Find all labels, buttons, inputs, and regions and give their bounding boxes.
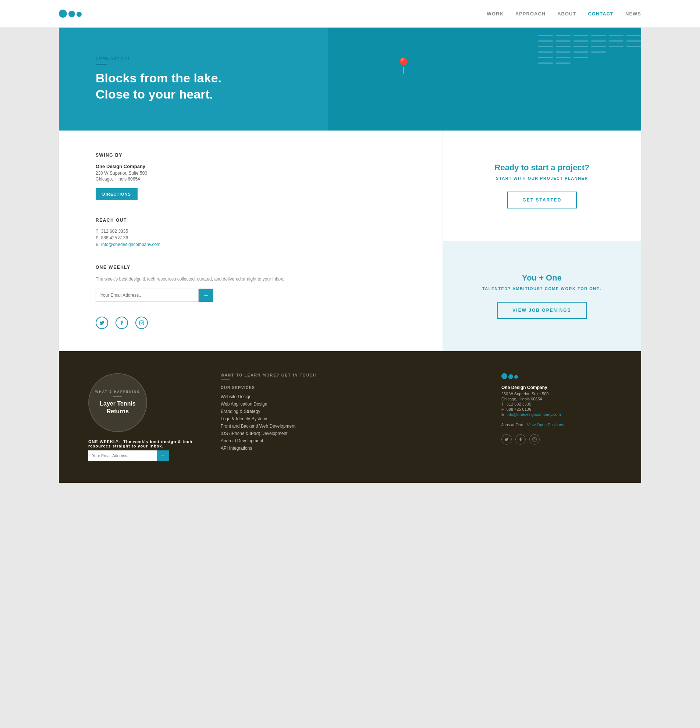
phone-label: T (95, 229, 98, 234)
footer-email-row: E info@onedesigncompany.com (501, 412, 612, 417)
footer-fax-label: F (501, 407, 504, 412)
footer-event-circle: WHAT'S HAPPENING Layer Tennis Returns (88, 373, 147, 432)
footer-company-name: One Design Company (501, 385, 612, 390)
address-line-1: 230 W Superior, Suite 500 (95, 170, 413, 176)
footer: WHAT'S HAPPENING Layer Tennis Returns ON… (59, 351, 641, 483)
wave-line-6 (538, 62, 641, 64)
facebook-icon[interactable] (116, 316, 128, 329)
footer-facebook-icon[interactable] (515, 434, 526, 445)
footer-newsletter-bold: ONE WEEKLY: (88, 439, 120, 444)
newsletter-email-input[interactable] (95, 289, 199, 302)
service-logo-identity[interactable]: Logo & Identity Systems (221, 416, 479, 421)
footer-newsletter-form: → (88, 451, 169, 461)
footer-left: WHAT'S HAPPENING Layer Tennis Returns ON… (88, 373, 199, 461)
circle-divider (113, 396, 122, 397)
nav-news[interactable]: NEWS (625, 11, 641, 17)
view-open-positions-link[interactable]: View Open Positions (527, 422, 564, 427)
cta-jobs-title: You + One (522, 273, 562, 283)
svg-rect-0 (139, 321, 144, 325)
service-branding[interactable]: Branding & Strategy (221, 409, 479, 414)
footer-newsletter-label: ONE WEEKLY: The week's best design & tec… (88, 439, 199, 448)
left-panel: SWING BY One Design Company 230 W Superi… (59, 130, 443, 351)
logo-dot-1 (59, 10, 67, 18)
fax-row: F 888 425 8136 (95, 235, 413, 240)
logo-dot-2 (68, 11, 75, 17)
instagram-icon[interactable] (135, 316, 148, 329)
service-ios[interactable]: iOS (iPhone & iPad) Development (221, 431, 479, 436)
footer-divider (221, 380, 230, 380)
map-pin-icon: 📍 (394, 57, 413, 74)
logo (59, 10, 82, 18)
footer-phone-row: T 312 602 3335 (501, 402, 612, 406)
phone-row: T 312 602 3335 (95, 229, 413, 234)
reach-out-title: REACH OUT (95, 218, 413, 223)
footer-logo-dot-1 (501, 373, 507, 379)
service-web-dev[interactable]: Front and Backend Web Development (221, 423, 479, 429)
footer-services-list: Website Design Web Application Design Br… (221, 394, 479, 453)
service-android[interactable]: Android Development (221, 438, 479, 443)
service-api[interactable]: API Integrations (221, 446, 479, 451)
footer-email-submit-button[interactable]: → (157, 451, 169, 461)
main-content: SWING BY One Design Company 230 W Superi… (59, 130, 641, 351)
footer-services-title: OUR SERVICES (221, 386, 479, 390)
footer-right: One Design Company 230 W Superior, Suite… (501, 373, 612, 461)
hero-title: Blocks from the lake. Close to your hear… (95, 70, 221, 102)
newsletter-section: ONE WEEKLY The week's best design & tech… (95, 265, 413, 302)
nav-work[interactable]: WORK (487, 11, 503, 17)
directions-button[interactable]: DIRECTIONS (95, 188, 137, 200)
phone-number: 312 602 3335 (101, 229, 128, 234)
wave-line-2 (538, 40, 641, 42)
cta-project-section: Ready to start a project? START WITH OUR… (443, 130, 641, 241)
get-started-button[interactable]: GET STARTED (507, 192, 577, 208)
footer-logo-dot-3 (514, 375, 518, 379)
header: WORK APPROACH ABOUT CONTACT NEWS (0, 0, 700, 27)
fax-label: F (95, 235, 98, 240)
footer-instagram-icon[interactable] (529, 434, 539, 445)
event-title: Layer Tennis Returns (89, 400, 146, 416)
hero-label: COME SAY CHI (95, 56, 221, 60)
wave-line-3 (538, 46, 641, 47)
fax-number: 888 425 8136 (101, 235, 128, 240)
service-web-app-design[interactable]: Web Application Design (221, 402, 479, 407)
footer-phone: 312 602 3335 (506, 402, 531, 406)
footer-fax: 888 425 8136 (506, 407, 531, 412)
wave-line-5 (538, 57, 641, 58)
newsletter-submit-button[interactable]: → (199, 289, 213, 302)
swing-by-section: SWING BY One Design Company 230 W Superi… (95, 153, 413, 200)
cta-jobs-section: You + One TALENTED? AMBITIOUS? COME WORK… (443, 241, 641, 351)
company-name: One Design Company (95, 164, 413, 169)
footer-social-icons (501, 434, 612, 445)
hero-title-line2: Close to your heart. (95, 87, 213, 101)
hero-content: COME SAY CHI Blocks from the lake. Close… (95, 56, 221, 102)
email-label: E (95, 242, 98, 247)
map-water (328, 27, 641, 130)
nav-contact[interactable]: CONTACT (588, 11, 613, 17)
footer-phone-label: T (501, 402, 504, 406)
address-line-2: Chicago, Illinois 60654 (95, 176, 413, 182)
main-nav: WORK APPROACH ABOUT CONTACT NEWS (487, 11, 641, 17)
cta-jobs-subtitle: TALENTED? AMBITIOUS? COME WORK FOR ONE. (482, 286, 602, 291)
footer-jobs-label: Jobs at One: (501, 422, 524, 427)
footer-arrow-icon: → (161, 453, 166, 458)
wave-line-1 (538, 35, 641, 36)
nav-about[interactable]: ABOUT (557, 11, 576, 17)
wave-line-4 (538, 52, 641, 53)
hero-map: 📍 (321, 27, 641, 130)
footer-email-link[interactable]: info@onedesigncompany.com (506, 412, 561, 417)
logo-dot-3 (77, 12, 82, 17)
swing-by-title: SWING BY (95, 153, 413, 158)
twitter-icon[interactable] (95, 316, 108, 329)
hero-title-line1: Blocks from the lake. (95, 71, 221, 85)
footer-email-input[interactable] (88, 451, 157, 461)
view-job-openings-button[interactable]: VIEW JOB OPENINGS (497, 302, 586, 319)
footer-middle: WANT TO LEARN MORE? GET IN TOUCH OUR SER… (221, 373, 479, 461)
hero-section: COME SAY CHI Blocks from the lake. Close… (59, 27, 641, 130)
svg-rect-2 (533, 438, 536, 441)
footer-jobs: Jobs at One: View Open Positions (501, 422, 612, 427)
nav-approach[interactable]: APPROACH (515, 11, 545, 17)
footer-address-2: Chicago, Illinois 60654 (501, 397, 612, 401)
cta-project-title: Ready to start a project? (495, 163, 590, 172)
service-website-design[interactable]: Website Design (221, 394, 479, 399)
email-link[interactable]: info@onedesigncompany.com (101, 242, 161, 247)
footer-twitter-icon[interactable] (501, 434, 512, 445)
